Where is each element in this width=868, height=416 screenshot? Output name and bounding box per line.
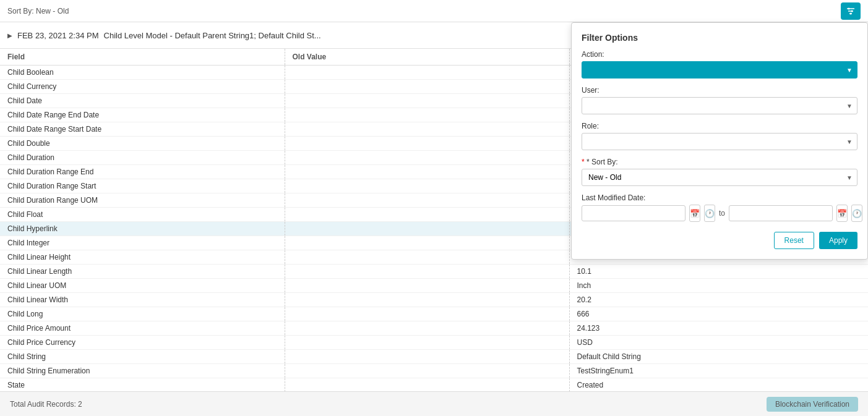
audit-record-1-title-area: ▶ FEB 23, 2021 2:34 PM Child Level Model… <box>7 31 321 40</box>
filter-date-to-clock-icon[interactable]: 🕐 <box>851 205 862 222</box>
table-cell-old-value <box>285 208 569 222</box>
table-cell-old-value <box>285 236 569 250</box>
table-cell-field: Child Date Range Start Date <box>0 122 285 137</box>
filter-role-group: Role: ▼ <box>582 122 857 150</box>
total-records-label: Total Audit Records: 2 <box>10 400 82 409</box>
filter-action-select-wrapper: ▼ <box>582 61 857 79</box>
filter-role-select[interactable] <box>582 133 857 150</box>
table-cell-new-value: 666 <box>569 307 868 321</box>
col-header-field: Field <box>0 49 285 66</box>
table-cell-old-value <box>285 193 569 208</box>
table-cell-field: Child Price Currency <box>0 336 285 350</box>
table-cell-field: Child String Enumeration <box>0 364 285 378</box>
table-cell-field: Child Hyperlink <box>0 222 285 236</box>
filter-action-select[interactable] <box>582 61 857 79</box>
table-cell-field: Child Duration Range Start <box>0 179 285 193</box>
table-cell-new-value: 10.1 <box>569 265 868 279</box>
filter-date-to-label: to <box>719 209 725 218</box>
table-cell-new-value: Inch <box>569 279 868 293</box>
table-cell-old-value <box>285 165 569 179</box>
filter-user-group: User: ▼ <box>582 86 857 114</box>
table-cell-old-value <box>285 350 569 364</box>
filter-buttons: Reset Apply <box>582 232 857 249</box>
table-row: Child Linear Length10.1 <box>0 265 868 279</box>
filter-reset-button[interactable]: Reset <box>774 232 814 249</box>
filter-date-row: 📅 🕐 to 📅 🕐 <box>582 205 857 222</box>
table-cell-field: Child Boolean <box>0 66 285 80</box>
filter-apply-button[interactable]: Apply <box>819 232 857 249</box>
table-cell-old-value <box>285 336 569 350</box>
table-cell-old-value <box>285 378 569 393</box>
svg-point-3 <box>848 7 850 9</box>
blockchain-verification-button[interactable]: Blockchain Verification <box>767 397 858 412</box>
table-cell-new-value: Default Child String <box>569 350 868 364</box>
filter-sort-select-wrapper: New - Old Old - New ▼ <box>582 169 857 186</box>
table-cell-old-value <box>285 222 569 236</box>
filter-action-group: Action: ▼ <box>582 50 857 79</box>
table-row: Child String EnumerationTestStringEnum1 <box>0 364 868 378</box>
table-cell-field: Child Date <box>0 94 285 108</box>
audit-record-1-chevron-icon: ▶ <box>7 32 12 39</box>
table-cell-old-value <box>285 321 569 336</box>
footer-bar: Total Audit Records: 2 Blockchain Verifi… <box>0 391 868 416</box>
table-row: Child StringDefault Child String <box>0 350 868 364</box>
table-cell-old-value <box>285 279 569 293</box>
filter-user-select-wrapper: ▼ <box>582 97 857 114</box>
table-cell-old-value <box>285 151 569 165</box>
sort-by-label: Sort By: New - Old <box>7 7 69 15</box>
table-cell-field: Child Currency <box>0 80 285 94</box>
filter-action-label: Action: <box>582 50 857 59</box>
filter-icon-button[interactable] <box>841 2 861 20</box>
filter-sort-select[interactable]: New - Old Old - New <box>582 169 857 186</box>
table-cell-old-value <box>285 179 569 193</box>
table-cell-old-value <box>285 94 569 108</box>
table-cell-old-value <box>285 108 569 122</box>
table-cell-old-value <box>285 66 569 80</box>
table-cell-old-value <box>285 293 569 307</box>
table-cell-old-value <box>285 250 569 265</box>
table-cell-new-value: USD <box>569 336 868 350</box>
filter-role-label: Role: <box>582 122 857 130</box>
col-header-old-value: Old Value <box>285 49 569 66</box>
table-cell-field: Child Price Amount <box>0 321 285 336</box>
table-row: Child Linear Width20.2 <box>0 293 868 307</box>
filter-date-label: Last Modified Date: <box>582 193 857 202</box>
table-row: Child Price Amount24.123 <box>0 321 868 336</box>
filter-user-select[interactable] <box>582 97 857 114</box>
table-cell-old-value <box>285 137 569 151</box>
filter-user-label: User: <box>582 86 857 95</box>
filter-date-to-calendar-icon[interactable]: 📅 <box>836 205 848 222</box>
top-bar: Sort By: New - Old <box>0 0 868 22</box>
table-cell-new-value: 24.123 <box>569 321 868 336</box>
table-row: Child Long666 <box>0 307 868 321</box>
table-cell-field: Child Double <box>0 137 285 151</box>
table-cell-field: Child Duration <box>0 151 285 165</box>
filter-panel: Filter Options Action: ▼ User: ▼ Role: ▼ <box>571 22 868 260</box>
table-row: StateCreated <box>0 378 868 393</box>
table-cell-field: Child Linear UOM <box>0 279 285 293</box>
table-cell-field: Child Linear Length <box>0 265 285 279</box>
filter-date-from-calendar-icon[interactable]: 📅 <box>689 205 700 222</box>
table-cell-field: Child Integer <box>0 236 285 250</box>
table-cell-field: Child String <box>0 350 285 364</box>
table-cell-field: Child Linear Height <box>0 250 285 265</box>
table-row: Child Price CurrencyUSD <box>0 336 868 350</box>
table-cell-field: Child Date Range End Date <box>0 108 285 122</box>
table-cell-old-value <box>285 122 569 137</box>
svg-point-5 <box>850 12 852 14</box>
table-cell-field: State <box>0 378 285 393</box>
table-cell-old-value <box>285 307 569 321</box>
filter-date-to-input[interactable] <box>729 205 833 221</box>
table-cell-field: Child Duration Range End <box>0 165 285 179</box>
table-cell-new-value: Created <box>569 378 868 393</box>
table-cell-old-value <box>285 364 569 378</box>
svg-point-4 <box>851 10 853 12</box>
audit-record-1-date: FEB 23, 2021 2:34 PM <box>17 31 99 40</box>
filter-sort-group: * * Sort By: New - Old Old - New ▼ <box>582 158 857 186</box>
filter-date-from-input[interactable] <box>582 205 685 221</box>
filter-sort-label: * * Sort By: <box>582 158 857 166</box>
table-cell-field: Child Duration Range UOM <box>0 193 285 208</box>
filter-date-from-clock-icon[interactable]: 🕐 <box>704 205 715 222</box>
table-cell-old-value <box>285 80 569 94</box>
table-cell-old-value <box>285 265 569 279</box>
